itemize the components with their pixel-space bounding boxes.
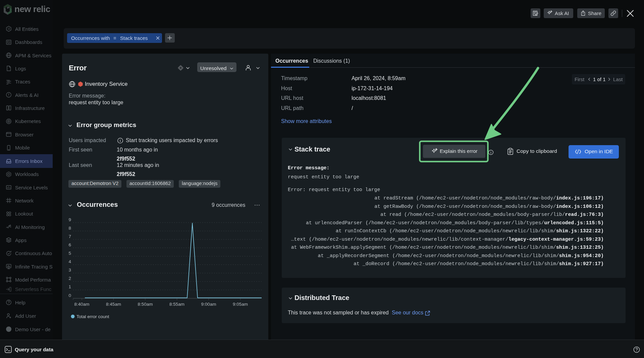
svg-text:9:00am: 9:00am — [201, 302, 216, 307]
svg-text:6: 6 — [68, 242, 71, 247]
svg-text:2: 2 — [68, 276, 71, 281]
svg-text:8:55am: 8:55am — [169, 302, 184, 307]
svg-text:9: 9 — [68, 217, 71, 222]
svg-text:Total error count: Total error count — [76, 314, 109, 319]
svg-text:8:50am: 8:50am — [138, 302, 153, 307]
svg-text:8:45am: 8:45am — [106, 302, 121, 307]
svg-text:3: 3 — [68, 267, 71, 273]
svg-text:7: 7 — [68, 234, 71, 239]
svg-text:0: 0 — [68, 293, 71, 298]
svg-text:4: 4 — [68, 259, 71, 264]
svg-text:8: 8 — [68, 226, 71, 231]
svg-text:5: 5 — [68, 251, 71, 256]
svg-text:8:40am: 8:40am — [74, 302, 89, 307]
svg-text:9:05am: 9:05am — [233, 302, 248, 307]
svg-text:1: 1 — [68, 284, 71, 289]
